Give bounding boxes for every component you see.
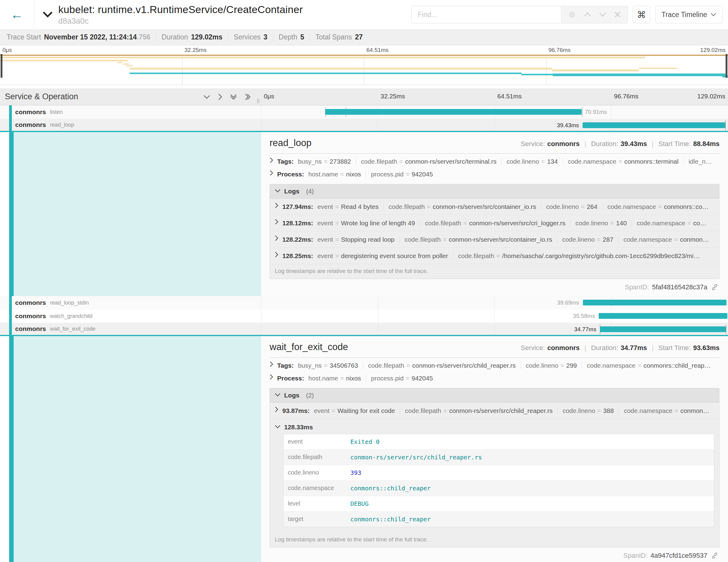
span-detail-gutter: [0, 132, 261, 296]
log-field-key: code.namespace: [284, 481, 347, 496]
process-list: host.name=nixosprocess.pid=942045: [308, 171, 438, 178]
operation-name: listen: [50, 109, 63, 115]
log-field-row: code.filepath conmon-rs/server/src/child…: [284, 450, 714, 465]
tag: code.namespace=conmon…: [618, 236, 714, 243]
minimap-tick-label: 0μs: [2, 47, 12, 53]
span-bar[interactable]: [600, 326, 726, 332]
trace-minimap[interactable]: [0, 54, 728, 85]
span-bar[interactable]: [599, 313, 727, 319]
span-child-tick: [582, 107, 582, 117]
view-selector-button[interactable]: Trace Timeline: [655, 6, 723, 23]
span-id-label: SpanID:: [625, 283, 649, 291]
tags-section[interactable]: Tags: busy_ns=273882code.filepath=conmon…: [270, 154, 719, 166]
span-name-cell: conmonrs read_loop: [0, 119, 261, 131]
log-entry[interactable]: 128.12ms: event=Wrote log line of length…: [270, 215, 719, 231]
span-row-read_loop_stdin[interactable]: conmonrs read_loop_stdin 39.69ms: [0, 296, 728, 309]
find-clear-icon[interactable]: [614, 11, 621, 18]
span-detail-header: wait_for_exit_code Service:conmonrs|Dura…: [270, 342, 719, 358]
tag: code.filepath=conmon-rs/server/src/conta…: [400, 236, 557, 243]
log-field-row: level DEBUG: [284, 496, 714, 512]
keyboard-shortcuts-button[interactable]: ⌘: [633, 6, 650, 23]
summary-label: Trace Start: [7, 33, 41, 41]
span-timeline-cell: 35.58ms: [261, 309, 728, 323]
minimap-span-line: [126, 65, 132, 66]
summary-label: Duration: [162, 33, 188, 41]
grid-header-left: Service & Operation: [0, 88, 261, 105]
log-field-row: code.lineno 393: [284, 465, 714, 481]
process-section[interactable]: Process: host.name=nixosprocess.pid=9420…: [270, 370, 719, 383]
detail-meta-label: Service:: [521, 344, 545, 352]
process-label: Process:: [277, 375, 304, 382]
minimap-scrubber-right[interactable]: [726, 54, 727, 78]
back-button[interactable]: ←: [0, 0, 34, 29]
column-resize-handle[interactable]: [257, 99, 259, 103]
trace-collapse-toggle[interactable]: [43, 11, 53, 18]
log-field-row: event Exited 0: [284, 434, 714, 450]
tag: event=deregistering event source from po…: [318, 252, 453, 259]
log-field-value: conmon-rs/server/src/child_reaper.rs: [347, 450, 485, 465]
top-bar-actions: ⌘ Trace Timeline: [411, 6, 728, 23]
minimap-span-line: [130, 73, 522, 74]
tags-label: Tags:: [277, 158, 294, 165]
minimap-span-line: [0, 57, 645, 58]
chevron-right-icon: [270, 361, 274, 367]
tag: process.pid=942045: [366, 171, 438, 178]
command-icon: ⌘: [637, 9, 646, 20]
span-row-wait_for_exit_code[interactable]: conmonrs wait_for_exit_code 34.77ms: [0, 323, 728, 336]
log-entry-expanded[interactable]: 128.33ms: [270, 419, 719, 432]
chevron-right-icon: [275, 235, 279, 241]
span-row-listen[interactable]: conmonrs listen 70.91ms: [0, 105, 728, 119]
log-entry[interactable]: 128.25ms: event=deregistering event sour…: [270, 248, 719, 264]
process-section[interactable]: Process: host.name=nixosprocess.pid=9420…: [270, 166, 719, 179]
find-prev-icon[interactable]: [584, 12, 591, 17]
detail-meta-value: 88.84ms: [693, 140, 719, 148]
span-row-watch_grandchild[interactable]: conmonrs watch_grandchild 35.58ms: [0, 309, 728, 323]
log-entry[interactable]: 127.94ms: event=Read 4 bytescode.filepat…: [270, 199, 719, 215]
service-color-bar: [9, 119, 12, 131]
minimap-span-line: [552, 70, 639, 71]
find-input[interactable]: [412, 6, 561, 23]
span-detail-panel: read_loop Service:conmonrs|Duration:39.4…: [261, 132, 728, 296]
tag: code.namespace=conmonrs::co…: [603, 203, 713, 210]
log-entry[interactable]: 93.87ms: event=Waiting for exit codecode…: [270, 403, 719, 419]
tag: code.filepath=/home/sascha/.cargo/regist…: [453, 252, 705, 259]
tag: code.filepath=conmon-rs/server/src/conta…: [384, 203, 541, 210]
logs-header[interactable]: Logs (2): [270, 388, 719, 403]
span-id-value: 5faf48165428c37a: [652, 283, 707, 291]
trace-title: kubelet: runtime.v1.RuntimeService/Creat…: [58, 4, 303, 15]
tag: event=Stopping read loop: [318, 236, 400, 243]
operation-name: read_loop: [50, 122, 74, 128]
operation-name: wait_for_exit_code: [50, 326, 96, 332]
span-name-cell: conmonrs watch_grandchild: [0, 309, 261, 323]
trace-id: d8a3a0c: [58, 16, 303, 26]
locate-icon[interactable]: [568, 11, 576, 19]
chevron-down-icon: [43, 11, 53, 18]
expand-one-icon[interactable]: [218, 94, 222, 100]
collapse-all-icon[interactable]: [230, 94, 237, 100]
span-row-read_loop[interactable]: conmonrs read_loop 39.43ms: [0, 119, 728, 132]
span-bar[interactable]: [583, 300, 726, 305]
log-fields: event=deregistering event source from po…: [318, 252, 705, 260]
deep-link-icon[interactable]: [711, 552, 718, 559]
tags-section[interactable]: Tags: busy_ns=34506763code.filepath=conm…: [270, 358, 719, 370]
span-detail-region: read_loop Service:conmonrs|Duration:39.4…: [0, 132, 728, 296]
tags-list: busy_ns=34506763code.filepath=conmon-rs/…: [298, 362, 716, 369]
span-bar[interactable]: [583, 122, 725, 128]
minimap-scrubber-left[interactable]: [1, 54, 2, 78]
summary-item: Depth 5: [273, 33, 310, 41]
expand-all-icon[interactable]: [245, 94, 251, 100]
log-field-key: code.filepath: [284, 450, 347, 465]
tag: code.filepath=conmon-rs/server/src/termi…: [356, 158, 502, 165]
service-name: conmonrs: [15, 108, 46, 116]
deep-link-icon[interactable]: [711, 284, 718, 291]
service-operation-header: Service & Operation: [5, 92, 78, 101]
tag: code.filepath=conmon-rs/server/src/child…: [363, 362, 521, 369]
tag: idle_n…: [684, 158, 717, 165]
log-fields-table: event Exited 0 code.filepath conmon-rs/s…: [283, 434, 714, 527]
logs-header[interactable]: Logs (4): [270, 184, 719, 199]
span-bar[interactable]: [325, 109, 582, 115]
log-entry[interactable]: 128.22ms: event=Stopping read loopcode.f…: [270, 231, 719, 248]
find-next-icon[interactable]: [599, 12, 606, 17]
collapse-one-icon[interactable]: [203, 95, 210, 99]
span-detail-gutter: [0, 336, 261, 562]
